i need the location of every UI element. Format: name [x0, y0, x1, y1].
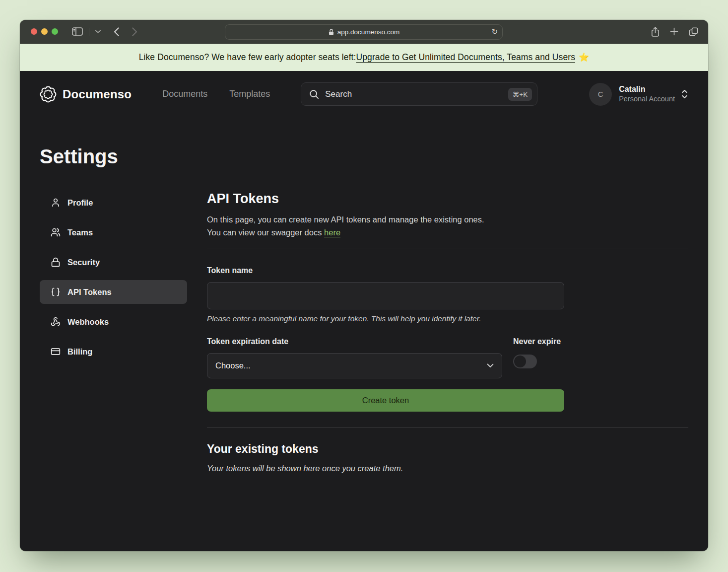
user-icon [51, 198, 61, 208]
sidebar-item-security[interactable]: Security [40, 250, 187, 274]
lock-icon [328, 28, 334, 36]
account-menu[interactable]: C Catalin Personal Account [589, 83, 688, 106]
search-icon [309, 89, 319, 99]
token-expiration-select[interactable]: Choose... [207, 353, 502, 378]
divider [207, 248, 688, 248]
token-name-input[interactable] [207, 282, 564, 309]
address-bar[interactable]: app.documenso.com ↻ [225, 24, 503, 40]
sidebar-item-label: Teams [67, 228, 93, 237]
account-name: Catalin [619, 84, 675, 94]
upgrade-link[interactable]: Upgrade to Get Unlimited Documents, Team… [356, 52, 576, 63]
chevrons-up-down-icon [681, 89, 688, 99]
main-nav: Documents Templates [162, 89, 270, 99]
sidebar-item-label: Webhooks [67, 317, 109, 327]
browser-window: app.documenso.com ↻ Li [20, 20, 708, 551]
nav-documents[interactable]: Documents [162, 89, 207, 99]
users-icon [51, 227, 61, 237]
divider [207, 428, 688, 428]
share-icon[interactable] [651, 27, 660, 37]
existing-tokens-empty-text: Your tokens will be shown here once you … [207, 464, 688, 473]
avatar: C [589, 83, 612, 106]
sidebar-item-billing[interactable]: Billing [40, 340, 187, 363]
never-expire-toggle[interactable] [513, 355, 537, 368]
existing-tokens-heading: Your existing tokens [207, 442, 688, 456]
token-name-label: Token name [207, 266, 688, 275]
sidebar-item-label: Profile [67, 198, 93, 208]
toolbar-divider [89, 28, 89, 36]
sidebar-item-api-tokens[interactable]: API Tokens [40, 280, 187, 304]
section-description-line1: On this page, you can create new API tok… [207, 215, 484, 224]
minimize-window-button[interactable] [41, 28, 48, 35]
select-value: Choose... [215, 361, 251, 370]
nav-templates[interactable]: Templates [229, 89, 270, 99]
create-token-button[interactable]: Create token [207, 389, 564, 412]
star-emoji: ⭐ [579, 52, 589, 63]
app-header: Documenso Documents Templates Search ⌘+K… [40, 71, 688, 106]
back-button[interactable] [114, 27, 119, 36]
documenso-logo-icon [40, 86, 57, 103]
sidebar-item-label: Billing [67, 347, 92, 357]
credit-card-icon [51, 347, 61, 357]
zoom-window-button[interactable] [52, 28, 58, 35]
never-expire-label: Never expire [513, 337, 561, 346]
sidebar-toggle-icon[interactable] [72, 27, 83, 36]
refresh-icon[interactable]: ↻ [491, 27, 498, 36]
page-title: Settings [40, 144, 688, 168]
token-expiration-label: Token expiration date [207, 337, 502, 346]
sidebar-item-profile[interactable]: Profile [40, 191, 187, 214]
new-tab-icon[interactable] [670, 27, 678, 36]
sidebar-item-label: Security [67, 258, 100, 267]
sidebar-item-webhooks[interactable]: Webhooks [40, 310, 187, 334]
app-content: Documenso Documents Templates Search ⌘+K… [20, 71, 708, 551]
search-placeholder: Search [325, 89, 508, 99]
account-type: Personal Account [619, 94, 675, 103]
token-name-help: Please enter a meaningful name for your … [207, 314, 688, 323]
chevron-down-icon [487, 363, 494, 368]
section-heading: API Tokens [207, 191, 688, 207]
search-input[interactable]: Search ⌘+K [301, 82, 537, 106]
braces-icon [51, 287, 61, 297]
webhook-icon [51, 317, 61, 327]
banner-text: Like Documenso? We have few early adopte… [139, 52, 356, 63]
close-window-button[interactable] [31, 28, 37, 35]
toggle-knob [514, 356, 526, 367]
tab-overview-icon[interactable] [689, 27, 698, 36]
api-tokens-panel: API Tokens On this page, you can create … [207, 191, 688, 473]
lock-icon [51, 257, 61, 267]
search-shortcut-badge: ⌘+K [508, 88, 532, 101]
brand-name: Documenso [63, 87, 132, 101]
swagger-docs-link[interactable]: here [324, 228, 340, 237]
section-description-line2: You can view our swagger docs [207, 228, 324, 237]
tab-group-chevron-icon[interactable] [95, 30, 101, 33]
sidebar-item-label: API Tokens [67, 287, 112, 297]
browser-toolbar: app.documenso.com ↻ [20, 20, 708, 44]
sidebar-item-teams[interactable]: Teams [40, 220, 187, 244]
traffic-lights [31, 28, 58, 35]
avatar-initial: C [598, 90, 603, 98]
forward-button[interactable] [132, 27, 137, 36]
promo-banner: Like Documenso? We have few early adopte… [20, 44, 708, 71]
brand-logo[interactable]: Documenso [40, 86, 132, 103]
settings-sidebar: Profile Teams Security API Tokens Webhoo… [40, 191, 187, 473]
url-text: app.documenso.com [337, 28, 399, 36]
